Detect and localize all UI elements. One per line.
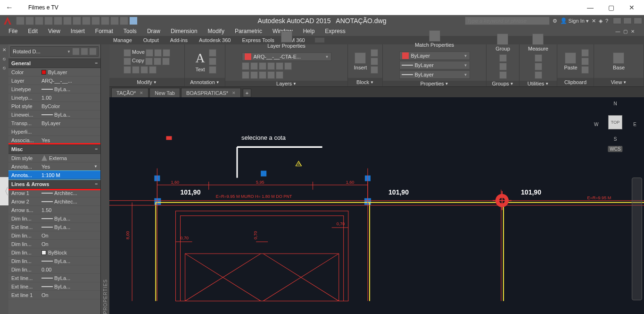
scale-icon[interactable] (132, 66, 140, 74)
layer-icon[interactable] (259, 62, 266, 70)
prop-row[interactable]: Ext line 1On (8, 291, 100, 299)
menu-edit[interactable]: Edit (23, 27, 42, 35)
qat-undo-icon[interactable] (63, 17, 72, 25)
prop-row[interactable]: LayerARQ-__-__... (8, 76, 100, 85)
autocad-logo-icon[interactable] (2, 15, 13, 26)
prop-row[interactable]: Dim lin...ByLa... (8, 257, 100, 265)
prop-row[interactable]: Arrow s...1.50 (8, 206, 100, 214)
menu-insert[interactable]: Insert (66, 27, 90, 35)
tab-close-icon[interactable]: ✕ (140, 91, 143, 95)
layer-icon[interactable] (284, 62, 292, 70)
layer-icon[interactable] (267, 71, 275, 79)
prop-row[interactable]: Linewei...ByLa... (8, 110, 100, 119)
new-tab-button[interactable]: + (243, 89, 251, 97)
ribbon-tab-manage[interactable]: Manage (108, 36, 137, 44)
tool-icon[interactable] (163, 49, 170, 57)
viewcube-n[interactable]: N (613, 101, 617, 106)
navigation-bar[interactable] (632, 178, 642, 300)
prop-annotative[interactable]: Annota... Yes▼ (8, 162, 100, 171)
prop-row[interactable]: Transp...ByLayer (8, 119, 100, 127)
leader-icon[interactable] (209, 58, 216, 65)
group-button[interactable]: Group (494, 33, 512, 52)
infocenter-icon[interactable]: ⚙ (553, 18, 557, 24)
tool-icon[interactable] (162, 58, 170, 65)
block-icon[interactable] (371, 49, 378, 57)
match-properties-button[interactable]: Match Properties (413, 29, 456, 49)
layer-combo[interactable]: ARQ-__-__-CTA-E...▼ (242, 52, 331, 61)
quickselect-icon[interactable] (73, 48, 79, 55)
category-misc[interactable]: Misc– (8, 144, 100, 154)
mirror-icon[interactable] (145, 58, 153, 65)
prop-row[interactable]: Associa...Yes (8, 136, 100, 144)
panel-title-layers[interactable]: Layers▼ (225, 81, 347, 86)
prop-row[interactable]: Dim lin...On (8, 231, 100, 240)
prop-row[interactable]: Hyperli... (8, 127, 100, 136)
prop-row[interactable]: Arrow 2Architec... (8, 197, 100, 206)
qat-icon[interactable] (82, 17, 91, 25)
app-min-icon[interactable] (613, 17, 621, 24)
back-icon[interactable]: ← (4, 3, 15, 12)
prop-row[interactable]: Dim lin...On (8, 240, 100, 248)
tab-close-icon[interactable]: ✕ (232, 91, 236, 95)
ribbon-tab-output[interactable]: Output (139, 36, 164, 44)
prop-row[interactable]: Linetyp...1.00 (8, 93, 100, 102)
qat-icon[interactable] (91, 17, 100, 25)
menu-dimension[interactable]: Dimension (166, 27, 202, 35)
layer-icon[interactable] (259, 71, 266, 79)
viewcube-e[interactable]: E (633, 122, 636, 127)
layer-properties-button[interactable]: Layer Properties (265, 30, 307, 50)
qat-new-icon[interactable] (16, 17, 25, 25)
copy-icon[interactable] (124, 58, 131, 65)
copy-button[interactable]: Copy (132, 58, 144, 65)
table-icon[interactable] (209, 66, 216, 74)
qat-saveas-icon[interactable] (44, 17, 53, 25)
pickadd-icon[interactable] (90, 48, 96, 55)
color-combo[interactable]: ByLayer▼ (399, 51, 470, 60)
prop-row[interactable]: Ext line...ByLa... (8, 282, 100, 291)
panel-title-annotation[interactable]: Annotation▼ (185, 78, 225, 86)
group-icon[interactable] (499, 54, 507, 62)
clip-icon[interactable] (581, 49, 589, 57)
viewcube-wcs[interactable]: WCS (608, 146, 622, 152)
util-icon[interactable] (535, 71, 542, 79)
dim-icon[interactable] (209, 49, 216, 57)
viewcube[interactable]: N S E W TOP WCS (595, 102, 636, 149)
chevron-down-icon[interactable]: ▼ (67, 50, 71, 54)
menu-format[interactable]: Format (91, 27, 118, 35)
paste-button[interactable]: Paste (562, 51, 579, 71)
drawing-canvas[interactable]: A (109, 97, 644, 314)
minimize-icon[interactable]: — (586, 4, 595, 11)
layer-icon[interactable] (276, 62, 283, 70)
move-icon[interactable] (124, 49, 131, 57)
category-lines-arrows[interactable]: Lines & Arrows– (8, 179, 100, 189)
measure-button[interactable]: Measure (526, 33, 550, 52)
move-button[interactable]: Move (132, 49, 145, 57)
search-input[interactable] (465, 17, 550, 25)
select-objects-icon[interactable] (81, 48, 88, 55)
block-icon[interactable] (371, 58, 378, 65)
tool-icon[interactable] (149, 66, 157, 74)
panel-close-icon[interactable]: ✕ (2, 47, 6, 52)
viewcube-s[interactable]: S (614, 136, 617, 142)
qat-icon[interactable] (120, 17, 128, 25)
layer-icon[interactable] (242, 62, 249, 70)
qat-icon[interactable] (101, 17, 109, 25)
panel-expand-icon[interactable]: 〈 (0, 177, 8, 205)
util-icon[interactable] (535, 63, 542, 70)
group-icon[interactable] (499, 63, 507, 70)
layer-icon[interactable] (250, 62, 258, 70)
fillet-icon[interactable] (154, 58, 161, 65)
doc-tab[interactable]: BOASPRATICAS*✕ (181, 88, 241, 97)
group-icon[interactable] (499, 71, 507, 79)
base-view-button[interactable]: Base (611, 51, 627, 71)
viewcube-w[interactable]: W (594, 122, 598, 127)
doc-tab[interactable]: TAÇÃO*✕ (111, 88, 149, 97)
prop-row[interactable]: ColorByLayer (8, 68, 100, 76)
qat-icon[interactable] (110, 17, 119, 25)
ribbon-tab-addins[interactable]: Add-ins (165, 36, 192, 44)
app-restore-icon[interactable] (623, 17, 632, 24)
qat-workspace-icon[interactable] (129, 17, 138, 25)
close-icon[interactable]: ✕ (627, 4, 636, 11)
exchange-icon[interactable]: ✕ (592, 18, 596, 24)
menu-file[interactable]: File (4, 27, 22, 35)
